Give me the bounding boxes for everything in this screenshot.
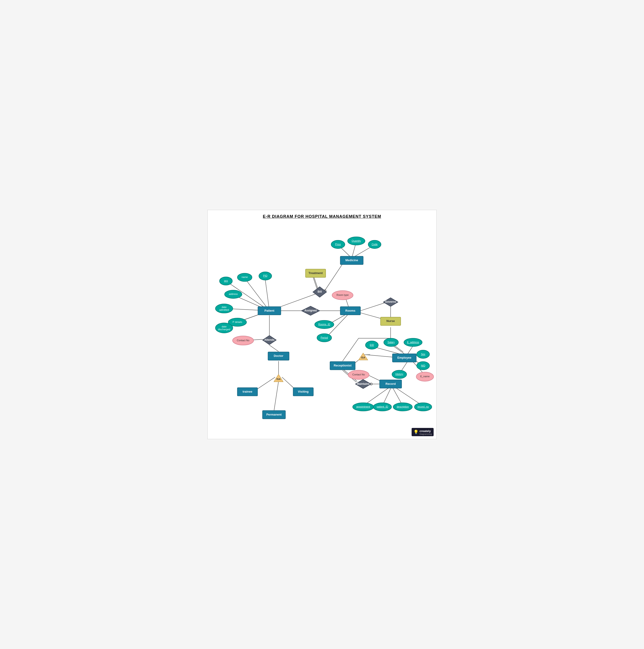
svg-text:PID: PID: [263, 274, 267, 277]
attr-contact-no-employee: Contact No: [348, 371, 369, 380]
attr-salary: Salary: [384, 338, 398, 347]
attr-e-address: E_address: [404, 338, 422, 347]
attr-patient-id: patient_ID: [373, 403, 392, 411]
relationship-attends: Attends: [263, 336, 276, 345]
svg-text:Receptionist: Receptionist: [334, 364, 352, 367]
svg-text:Visiting: Visiting: [298, 390, 309, 393]
svg-text:History: History: [395, 373, 403, 376]
svg-text:trainee: trainee: [242, 390, 252, 393]
svg-text:Price: Price: [335, 243, 341, 246]
svg-text:Salary: Salary: [387, 341, 395, 344]
relationship-assigned: Assigned: [302, 306, 320, 315]
svg-text:ISA: ISA: [276, 378, 280, 381]
svg-text:Patient: Patient: [265, 309, 275, 312]
creately-bulb-icon: 💡: [413, 430, 418, 435]
attr-quantity: Quantity: [348, 237, 365, 245]
svg-text:Treatment: Treatment: [309, 271, 323, 275]
svg-text:Rooms: Rooms: [346, 309, 356, 312]
svg-text:Quantity: Quantity: [352, 240, 361, 242]
attr-sex-employee: Sex: [417, 350, 429, 358]
svg-text:discharged: discharged: [218, 328, 230, 331]
creately-brand: creately Diagramming: [419, 429, 432, 435]
svg-text:Code: Code: [371, 243, 377, 246]
svg-text:admitted: admitted: [219, 308, 229, 311]
entity-patient: Patient: [258, 307, 281, 315]
attr-date-admitted: date admitted: [216, 304, 233, 313]
svg-text:ISA: ISA: [361, 356, 365, 359]
svg-text:E_address: E_address: [407, 341, 419, 344]
svg-text:Governs: Governs: [385, 300, 396, 303]
svg-text:Maintains: Maintains: [357, 382, 370, 386]
attr-sex: sex: [220, 277, 232, 285]
attr-address: address: [225, 290, 242, 298]
svg-text:NID: NID: [421, 364, 425, 367]
svg-text:Doctor: Doctor: [274, 354, 283, 357]
attr-nid: NID: [417, 362, 429, 370]
svg-text:E_name: E_name: [420, 375, 430, 378]
svg-text:Contact No: Contact No: [237, 339, 249, 342]
svg-text:Attends: Attends: [264, 338, 275, 342]
svg-text:Rooms_ID: Rooms_ID: [318, 323, 330, 326]
entity-visiting: Visiting: [293, 388, 313, 396]
svg-text:date: date: [222, 325, 226, 328]
attr-price: Price: [331, 240, 345, 249]
svg-text:P details: P details: [233, 320, 242, 323]
svg-line-36: [274, 381, 278, 411]
isa-doctor: ISA: [274, 375, 283, 382]
entity-medicine: Medicine: [340, 256, 363, 265]
entity-employee: Employee: [393, 354, 416, 362]
svg-line-31: [269, 345, 278, 352]
attr-e-name: E_name: [416, 372, 433, 381]
relationship-governs: Governs: [383, 298, 398, 306]
attr-history: History: [392, 371, 407, 379]
svg-text:sex: sex: [224, 279, 228, 282]
svg-text:Period: Period: [321, 336, 328, 339]
creately-logo: 💡 creately Diagramming: [412, 428, 433, 436]
attr-description: description: [393, 403, 412, 411]
er-svg: Patient Medicine Rooms Nurse Employee Do…: [208, 210, 436, 439]
svg-line-13: [324, 261, 345, 292]
svg-text:appointment: appointment: [356, 405, 370, 408]
svg-line-17: [313, 276, 317, 290]
entity-rooms: Rooms: [340, 307, 361, 315]
entity-permanent: Permanent: [263, 410, 285, 419]
svg-text:Bill: Bill: [318, 290, 322, 293]
svg-text:Sex: Sex: [421, 353, 425, 355]
isa-employee: ISA: [359, 353, 368, 360]
entity-trainee: trainee: [237, 388, 258, 396]
entity-receptionist: Receptionist: [330, 362, 355, 370]
svg-text:Permanent: Permanent: [266, 413, 282, 416]
attr-appointment: appointment: [353, 403, 374, 411]
entity-doctor: Doctor: [268, 352, 289, 360]
svg-text:date: date: [222, 306, 226, 308]
attr-rooms-id: Rooms_ID: [315, 320, 334, 329]
svg-text:EID: EID: [370, 344, 374, 346]
attr-room-type: Room type: [332, 291, 353, 300]
attr-name: name: [237, 273, 252, 282]
svg-text:name: name: [241, 276, 248, 278]
svg-text:Nurse: Nurse: [386, 319, 395, 323]
svg-text:Employee: Employee: [398, 356, 411, 359]
diagram-container: E-R DIAGRAM FOR HOSPITAL MANAGEMENT SYST…: [208, 210, 436, 439]
svg-text:Room type: Room type: [336, 294, 349, 296]
relationship-bill: Bill: [313, 287, 327, 297]
attr-contact-no-patient: Contact No: [233, 336, 254, 345]
svg-text:Assigned: Assigned: [304, 309, 317, 312]
attr-period: Period: [317, 334, 332, 342]
relationship-maintains: Maintains: [356, 380, 371, 389]
entity-nurse: Nurse: [380, 317, 401, 326]
svg-text:Medicine: Medicine: [346, 258, 358, 262]
entity-record: Record: [379, 380, 402, 388]
attr-date-discharged: date discharged: [216, 323, 233, 333]
entity-treatment: Treatment: [306, 269, 326, 277]
attr-eid: EID: [366, 341, 378, 349]
attr-code: Code: [368, 240, 381, 249]
svg-text:patient_ID: patient_ID: [376, 405, 388, 408]
svg-text:record_no: record_no: [417, 405, 428, 408]
svg-text:address: address: [229, 293, 238, 295]
svg-text:Record: Record: [385, 382, 396, 386]
svg-text:description: description: [397, 405, 409, 408]
attr-record-no: record_no: [414, 403, 432, 411]
svg-line-18: [314, 276, 318, 290]
svg-line-60: [342, 338, 359, 361]
